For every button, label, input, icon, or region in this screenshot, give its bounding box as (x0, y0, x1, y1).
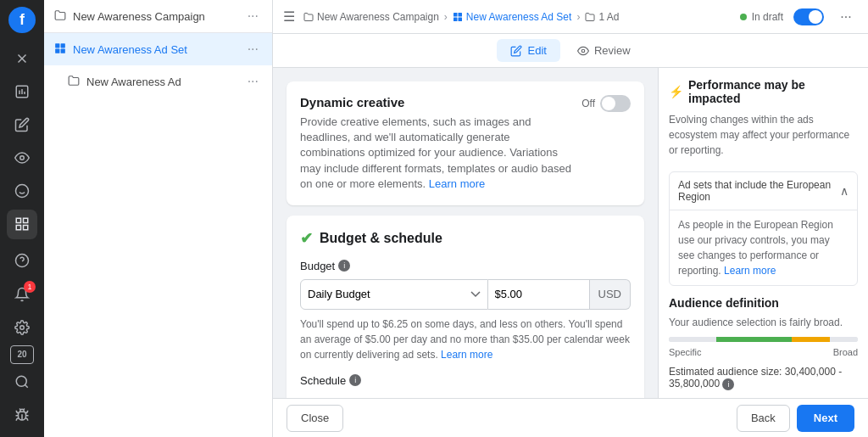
settings-sidebar-icon[interactable] (7, 312, 37, 342)
svg-point-6 (20, 156, 25, 160)
svg-line-18 (25, 385, 27, 388)
nav-campaign[interactable]: New Awareness Campaign ··· (44, 0, 272, 33)
budget-check-icon: ✔ (300, 229, 313, 248)
bar-specific (669, 337, 716, 342)
warning-icon: ⚡ (669, 85, 683, 98)
eu-region-header[interactable]: Ad sets that include the European Region… (670, 172, 857, 210)
breadcrumb-ad[interactable]: 1 Ad (585, 11, 619, 23)
dynamic-creative-toggle[interactable] (600, 95, 631, 112)
more-options-button[interactable]: ··· (834, 5, 858, 29)
eu-region-text: As people in the European Region use our… (678, 217, 849, 278)
eu-learn-more[interactable]: Learn more (724, 265, 776, 277)
eu-region-body: As people in the European Region use our… (670, 210, 857, 285)
dynamic-creative-content: Dynamic creative Provide creative elemen… (300, 95, 571, 192)
performance-impact-section: ⚡ Performance may be impacted Evolving c… (669, 78, 858, 158)
budget-schedule-card: ✔ Budget & schedule Budget i Daily Budge… (287, 216, 644, 398)
face-sidebar-icon[interactable] (7, 176, 37, 206)
svg-rect-12 (24, 226, 28, 230)
budget-learn-more[interactable]: Learn more (441, 349, 492, 361)
campaign-more-icon[interactable]: ··· (244, 7, 262, 25)
audience-labels: Specific Broad (669, 347, 858, 357)
bottom-bar: Close Back Next (273, 398, 868, 437)
svg-rect-13 (16, 226, 20, 230)
dynamic-creative-card: Dynamic creative Provide creative elemen… (287, 81, 644, 205)
adset-label: New Awareness Ad Set (73, 43, 237, 56)
bar-broad (830, 337, 858, 342)
svg-point-16 (20, 325, 25, 329)
audience-size-info-icon[interactable]: i (722, 378, 734, 390)
edit-review-bar: Edit Review (273, 34, 868, 68)
close-sidebar-icon[interactable] (7, 43, 37, 73)
bug-sidebar-icon[interactable] (7, 401, 37, 430)
notification-sidebar-icon[interactable]: 1 (7, 279, 37, 309)
sidebar-toggle-icon[interactable]: ☰ (283, 8, 295, 25)
nav-panel: New Awareness Campaign ··· New Awareness… (44, 0, 273, 437)
right-panel: ⚡ Performance may be impacted Evolving c… (658, 68, 868, 398)
svg-rect-19 (55, 43, 59, 48)
eu-collapse-icon: ∧ (840, 184, 849, 198)
audience-size: Estimated audience size: 30,400,000 - 35… (669, 366, 858, 390)
adset-icon (54, 42, 66, 57)
close-button[interactable]: Close (287, 405, 343, 432)
next-button[interactable]: Next (797, 405, 854, 432)
notification-badge: 1 (24, 281, 36, 293)
ad-label: New Awareness Ad (86, 76, 237, 88)
svg-point-17 (16, 377, 26, 387)
campaign-toggle[interactable] (793, 8, 824, 25)
icon-sidebar: f (0, 0, 44, 437)
budget-label: Budget i (300, 260, 631, 272)
chart-sidebar-icon[interactable] (7, 76, 37, 106)
ad-more-icon[interactable]: ··· (244, 72, 262, 91)
svg-rect-23 (453, 13, 458, 17)
top-bar-right: In draft ··· (740, 5, 858, 29)
dc-toggle-area: Off (581, 95, 631, 112)
nav-adset[interactable]: New Awareness Ad Set ··· (44, 33, 272, 65)
main-content: ☰ New Awareness Campaign › New Awareness… (273, 0, 868, 437)
twenty-sidebar-icon[interactable]: 20 (10, 345, 34, 364)
breadcrumb-sep-1: › (444, 11, 448, 23)
budget-note: You'll spend up to $6.25 on some days, a… (300, 317, 631, 362)
performance-title: ⚡ Performance may be impacted (669, 78, 858, 105)
audience-definition-title: Audience definition (669, 296, 858, 310)
svg-rect-21 (55, 48, 59, 53)
search-sidebar-icon[interactable] (7, 367, 37, 397)
meta-logo[interactable]: f (8, 7, 36, 33)
breadcrumb-sep-2: › (576, 11, 580, 23)
back-button[interactable]: Back (737, 405, 790, 432)
budget-section-title: ✔ Budget & schedule (300, 229, 631, 248)
budget-type-select[interactable]: Daily Budget (300, 279, 488, 310)
dynamic-creative-desc: Provide creative elements, such as image… (300, 115, 571, 192)
pencil-sidebar-icon[interactable] (7, 109, 37, 139)
audience-bar (669, 337, 858, 342)
dc-toggle-label: Off (581, 98, 595, 109)
eu-region-section: Ad sets that include the European Region… (669, 171, 858, 286)
svg-rect-25 (453, 17, 458, 21)
svg-rect-22 (61, 48, 65, 53)
dynamic-creative-learn-more[interactable]: Learn more (429, 177, 485, 190)
review-tab[interactable]: Review (564, 39, 644, 62)
schedule-info-icon[interactable]: i (349, 374, 361, 386)
budget-info-icon[interactable]: i (338, 260, 350, 272)
campaign-label: New Awareness Campaign (73, 10, 237, 23)
bottom-right-buttons: Back Next (737, 405, 854, 432)
edit-tab[interactable]: Edit (497, 39, 559, 62)
adset-more-icon[interactable]: ··· (244, 40, 262, 59)
top-bar: ☰ New Awareness Campaign › New Awareness… (273, 0, 868, 34)
breadcrumb-adset[interactable]: New Awareness Ad Set (453, 11, 572, 23)
svg-rect-20 (61, 43, 65, 48)
bar-green (716, 337, 792, 342)
audience-desc: Your audience selection is fairly broad. (669, 317, 858, 328)
budget-amount-input[interactable] (488, 279, 590, 310)
campaign-folder-icon (54, 9, 66, 24)
dynamic-creative-row: Dynamic creative Provide creative elemen… (300, 95, 631, 192)
schedule-label: Schedule i (300, 374, 631, 387)
svg-point-27 (581, 49, 585, 53)
performance-desc: Evolving changes within the ads ecosyste… (669, 112, 858, 158)
breadcrumb-campaign[interactable]: New Awareness Campaign (303, 11, 439, 23)
svg-point-7 (16, 185, 29, 198)
eye-sidebar-icon[interactable] (7, 143, 37, 173)
in-draft-status: In draft (740, 11, 783, 23)
nav-ad[interactable]: New Awareness Ad ··· (44, 65, 272, 98)
grid-sidebar-icon[interactable] (7, 210, 37, 239)
question-sidebar-icon[interactable] (7, 246, 37, 276)
